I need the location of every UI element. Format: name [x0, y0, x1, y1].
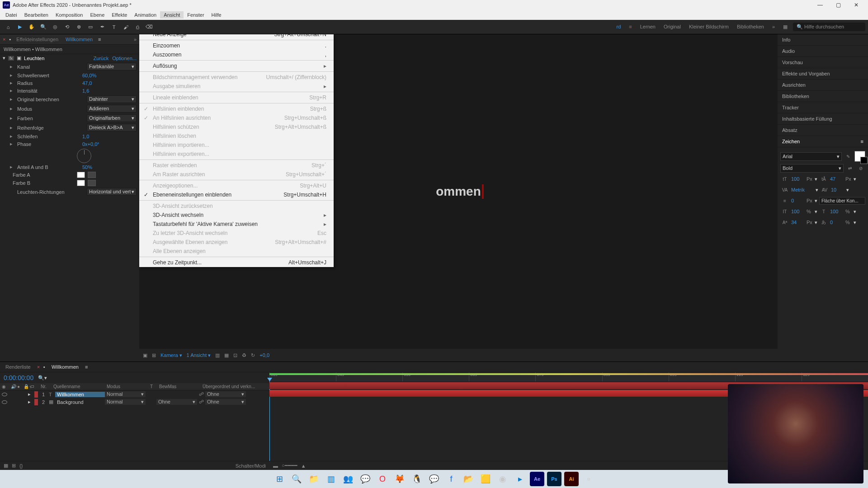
vscale-value[interactable]: 100 [791, 209, 805, 214]
workspace-menu-icon[interactable]: ≡ [629, 24, 632, 30]
menu-ansicht[interactable]: Ansicht [160, 11, 184, 19]
tab-lernen[interactable]: Lernen [640, 24, 656, 30]
tl-footer-i3-icon[interactable]: {} [19, 463, 23, 469]
zoom-tool-icon[interactable]: 🔍 [38, 22, 49, 33]
solo-col-icon[interactable]: ● [15, 384, 22, 389]
no-fill-icon[interactable]: ⊘ [856, 164, 865, 173]
timecode[interactable]: 0:00:00:00 [4, 374, 33, 381]
illustrator-taskbar-icon[interactable]: Ai [564, 472, 579, 486]
trackmat-dropdown[interactable]: Ohne▾ [156, 399, 197, 405]
fx-badge[interactable]: fx [8, 56, 14, 61]
pen-tool-icon[interactable]: ✒ [97, 22, 108, 33]
views-dropdown[interactable]: 1 Ansicht ▾ [187, 352, 211, 358]
label-col-icon[interactable]: 🏷 [28, 384, 39, 389]
text-color-swatch[interactable] [854, 151, 865, 162]
tab-close-icon[interactable]: × [37, 364, 40, 370]
close-button[interactable]: ✕ [847, 0, 865, 10]
phase-dial[interactable] [77, 149, 91, 163]
obs-icon[interactable]: ◉ [495, 472, 510, 486]
tsume-value[interactable]: 0 [830, 220, 844, 225]
color-swatch-b[interactable] [77, 180, 85, 186]
messenger-icon[interactable]: 💬 [427, 472, 441, 486]
tab-original[interactable]: Original [664, 24, 681, 30]
visibility-toggle[interactable] [0, 393, 9, 396]
panel-ausrichten[interactable]: Ausrichten [778, 80, 868, 91]
selection-tool-icon[interactable]: ▶ [14, 22, 25, 33]
explorer-icon[interactable]: 📁 [307, 472, 321, 486]
dd-richtungen[interactable]: Horizontal und vert▾ [87, 188, 137, 196]
zoom-slider[interactable]: ○━━━━ [282, 463, 297, 469]
panel-tracker[interactable]: Tracker [778, 102, 868, 113]
minimize-button[interactable]: ― [811, 0, 829, 10]
parent-dropdown[interactable]: Ohne▾ [205, 399, 246, 405]
panel-audio[interactable]: Audio [778, 46, 868, 57]
aftereffects-taskbar-icon[interactable]: Ae [530, 472, 544, 486]
viewer-i2-icon[interactable]: ▦ [224, 352, 229, 358]
stroke-value[interactable]: 0 [791, 198, 805, 203]
parent-dropdown[interactable]: Ohne▾ [205, 391, 246, 397]
viewer-i3-icon[interactable]: ⊡ [233, 352, 237, 358]
color-swatch-a[interactable] [77, 172, 85, 178]
tl-footer-label[interactable]: Schalter/Modi [236, 463, 266, 469]
tab-effekteinstellungen[interactable]: Effekteinstellungen [14, 36, 60, 43]
kerning-value[interactable]: Metrik [791, 187, 814, 192]
viewer-grid-icon[interactable]: ⊞ [152, 352, 156, 358]
facebook-icon[interactable]: f [444, 472, 458, 486]
character-panel-header[interactable]: Zeichen ≡ [778, 136, 868, 147]
eyedropper-icon[interactable]: ✎ [844, 152, 853, 161]
font-size-value[interactable]: 100 [791, 176, 805, 182]
visibility-col-icon[interactable]: ◉ [0, 384, 9, 389]
home-icon[interactable]: ⌂ [3, 22, 14, 33]
panel-vorschau[interactable]: Vorschau [778, 57, 868, 68]
menu-item[interactable]: Neue AnzeigeStrg+Alt+Umschalt+N [139, 34, 334, 39]
hscale-value[interactable]: 100 [830, 209, 844, 214]
panel-info[interactable]: Info [778, 34, 868, 46]
photoshop-taskbar-icon[interactable]: Ps [547, 472, 561, 486]
menu-hilfe[interactable]: Hilfe [208, 11, 225, 19]
taskview-icon[interactable]: ▥ [324, 472, 338, 486]
menu-item[interactable]: 3D-Ansicht wechseln▸ [139, 211, 334, 220]
search-input[interactable]: 🔍 Hilfe durchsuchen [793, 23, 865, 31]
eyedropper-b-icon[interactable] [88, 180, 96, 186]
viewer-i5-icon[interactable]: ↻ [251, 352, 255, 358]
more-tabs-icon[interactable]: » [772, 24, 775, 30]
maximize-button[interactable]: ▢ [829, 0, 847, 10]
panel-expand-icon[interactable]: » [134, 37, 137, 42]
effect-toggle-icon[interactable]: ▣ [17, 55, 21, 61]
layer-name[interactable]: Willkommen [55, 392, 105, 397]
tab-menu-icon[interactable]: ≡ [85, 364, 88, 370]
exposure-value[interactable]: +0,0 [259, 352, 269, 358]
app-icon-taskbar[interactable]: 🐧 [410, 472, 424, 486]
brush-tool-icon[interactable]: 🖌 [120, 22, 131, 33]
text-tool-icon[interactable]: T [108, 22, 119, 33]
start-icon[interactable]: ⊞ [272, 472, 287, 486]
prop-value[interactable]: 0x+0,0° [82, 141, 137, 147]
prop-dropdown[interactable]: Farbkanäle▾ [87, 63, 137, 70]
rotate-tool-icon[interactable]: ⟲ [61, 22, 72, 33]
leading-value[interactable]: 47 [830, 176, 844, 182]
menu-bearbeiten[interactable]: Bearbeiten [21, 11, 52, 19]
timeline-search-icon[interactable]: 🔍▾ [38, 375, 47, 381]
vscode-icon[interactable]: ▸ [513, 472, 527, 486]
viewer-i1-icon[interactable]: ▥ [215, 352, 220, 358]
shape-tool-icon[interactable]: ▭ [85, 22, 96, 33]
lock-col-icon[interactable]: 🔒 [22, 384, 28, 389]
workspace-panel-icon[interactable]: ▦ [783, 24, 788, 30]
effect-back-link[interactable]: Zurück [94, 56, 109, 61]
zoom-in-icon[interactable]: ▲ [301, 463, 306, 469]
menu-komposition[interactable]: Komposition [52, 11, 87, 19]
visibility-toggle[interactable] [0, 400, 9, 404]
menu-item[interactable]: Einzoomen. [139, 41, 334, 50]
menu-fenster[interactable]: Fenster [184, 11, 208, 19]
menu-datei[interactable]: Datei [2, 11, 21, 19]
prop-dropdown[interactable]: Dahinter▾ [87, 95, 137, 103]
menu-item[interactable]: ✓Ebeneneinstellungen einblendenStrg+Umsc… [139, 190, 334, 199]
stamp-tool-icon[interactable]: ⎙ [132, 22, 143, 33]
menu-item[interactable]: Auszoomen, [139, 50, 334, 59]
audio-col-icon[interactable]: 🔊 [9, 384, 15, 389]
menu-item[interactable]: Tastaturbefehl für 'Aktive Kamera' zuwei… [139, 220, 334, 229]
parent-link-icon[interactable]: ☍ [199, 391, 205, 397]
font-family-dropdown[interactable]: Arial▾ [780, 152, 842, 161]
hand-tool-icon[interactable]: ✋ [26, 22, 37, 33]
tl-footer-i2-icon[interactable]: ⊞ [12, 463, 16, 469]
